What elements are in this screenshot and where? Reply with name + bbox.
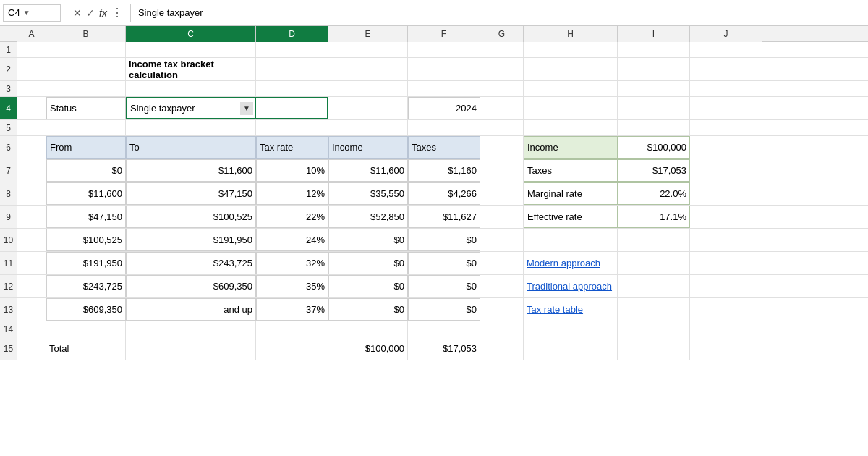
cell-a13[interactable] <box>17 298 46 321</box>
cell-i7[interactable]: $17,053 <box>618 159 690 182</box>
cell-a7[interactable] <box>17 159 46 182</box>
cell-a10[interactable] <box>17 229 46 251</box>
cell-d6[interactable]: Tax rate <box>256 136 328 159</box>
col-header-d[interactable]: D <box>256 26 328 42</box>
cell-d4[interactable] <box>256 97 328 119</box>
cell-f1[interactable] <box>408 42 480 57</box>
cell-ref-box[interactable]: C4 ▼ <box>3 4 61 22</box>
cell-e5[interactable] <box>328 120 408 135</box>
cell-f12[interactable]: $0 <box>408 275 480 297</box>
cell-g9[interactable] <box>480 206 524 228</box>
cell-g4[interactable] <box>480 97 524 119</box>
cell-b15[interactable]: Total <box>46 337 126 360</box>
cell-f15[interactable]: $17,053 <box>408 337 480 360</box>
cell-h8[interactable]: Marginal rate <box>524 182 618 205</box>
cell-b6[interactable]: From <box>46 136 126 159</box>
cell-h14[interactable] <box>524 321 618 337</box>
cell-g3[interactable] <box>480 81 524 96</box>
cell-h7[interactable]: Taxes <box>524 159 618 182</box>
cell-i8[interactable]: 22.0% <box>618 182 690 205</box>
cell-e15[interactable]: $100,000 <box>328 337 408 360</box>
cell-b3[interactable] <box>46 81 126 96</box>
chevron-down-icon[interactable]: ▼ <box>23 9 30 17</box>
cell-g12[interactable] <box>480 275 524 297</box>
cell-e4[interactable] <box>328 97 408 119</box>
cell-d7[interactable]: 10% <box>256 159 328 182</box>
cell-e12[interactable]: $0 <box>328 275 408 297</box>
col-header-e[interactable]: E <box>328 26 408 42</box>
cell-i9[interactable]: 17.1% <box>618 206 690 228</box>
cell-i3[interactable] <box>618 81 690 96</box>
cell-g2[interactable] <box>480 58 524 80</box>
cell-i14[interactable] <box>618 321 690 337</box>
cell-b10[interactable]: $100,525 <box>46 229 126 251</box>
cell-c14[interactable] <box>126 321 256 337</box>
cell-e13[interactable]: $0 <box>328 298 408 321</box>
cell-g11[interactable] <box>480 252 524 274</box>
cell-c8[interactable]: $47,150 <box>126 182 256 205</box>
link-modern[interactable]: Modern approach <box>524 252 618 274</box>
cell-b8[interactable]: $11,600 <box>46 182 126 205</box>
cell-h15[interactable] <box>524 337 618 360</box>
cell-e7[interactable]: $11,600 <box>328 159 408 182</box>
cell-g5[interactable] <box>480 120 524 135</box>
cell-e3[interactable] <box>328 81 408 96</box>
cell-i12[interactable] <box>618 275 690 297</box>
cell-b4[interactable]: Status <box>46 97 126 119</box>
cell-f5[interactable] <box>408 120 480 135</box>
cell-b2[interactable] <box>46 58 126 80</box>
cell-h5[interactable] <box>524 120 618 135</box>
cell-c1[interactable] <box>126 42 256 57</box>
cell-b12[interactable]: $243,725 <box>46 275 126 297</box>
cell-c13[interactable]: and up <box>126 298 256 321</box>
cell-e8[interactable]: $35,550 <box>328 182 408 205</box>
cell-d9[interactable]: 22% <box>256 206 328 228</box>
cell-i2[interactable] <box>618 58 690 80</box>
cell-f2[interactable] <box>408 58 480 80</box>
cell-d8[interactable]: 12% <box>256 182 328 205</box>
cell-c6[interactable]: To <box>126 136 256 159</box>
cell-b5[interactable] <box>46 120 126 135</box>
dropdown-arrow[interactable]: ▼ <box>240 102 253 115</box>
cell-d2[interactable] <box>256 58 328 80</box>
cell-c9[interactable]: $100,525 <box>126 206 256 228</box>
cell-d11[interactable]: 32% <box>256 252 328 274</box>
cell-b1[interactable] <box>46 42 126 57</box>
cell-d13[interactable]: 37% <box>256 298 328 321</box>
col-header-h[interactable]: H <box>524 26 618 42</box>
cell-e2[interactable] <box>328 58 408 80</box>
col-header-g[interactable]: G <box>480 26 524 42</box>
cell-a2[interactable] <box>17 58 46 80</box>
cell-c12[interactable]: $609,350 <box>126 275 256 297</box>
cell-d5[interactable] <box>256 120 328 135</box>
cell-f7[interactable]: $1,160 <box>408 159 480 182</box>
cell-a12[interactable] <box>17 275 46 297</box>
cell-i13[interactable] <box>618 298 690 321</box>
cell-d12[interactable]: 35% <box>256 275 328 297</box>
cell-i5[interactable] <box>618 120 690 135</box>
cell-f4[interactable]: 2024 <box>408 97 480 119</box>
formula-content[interactable]: Single taxpayer <box>138 7 865 18</box>
col-header-a[interactable]: A <box>17 26 46 42</box>
col-header-i[interactable]: I <box>618 26 690 42</box>
cell-a6[interactable] <box>17 136 46 159</box>
cell-e10[interactable]: $0 <box>328 229 408 251</box>
cell-h9[interactable]: Effective rate <box>524 206 618 228</box>
cell-h1[interactable] <box>524 42 618 57</box>
cell-c5[interactable] <box>126 120 256 135</box>
cell-c15[interactable] <box>126 337 256 360</box>
cell-e6[interactable]: Income <box>328 136 408 159</box>
cell-a4[interactable] <box>17 97 46 119</box>
cell-a8[interactable] <box>17 182 46 205</box>
cell-f6[interactable]: Taxes <box>408 136 480 159</box>
cell-g7[interactable] <box>480 159 524 182</box>
col-header-j[interactable]: J <box>690 26 762 42</box>
cell-g14[interactable] <box>480 321 524 337</box>
cell-a9[interactable] <box>17 206 46 228</box>
cell-a1[interactable] <box>17 42 46 57</box>
cell-f9[interactable]: $11,627 <box>408 206 480 228</box>
cell-g10[interactable] <box>480 229 524 251</box>
col-header-c[interactable]: C <box>126 26 256 42</box>
close-icon[interactable]: ✕ <box>73 7 82 19</box>
cell-c4[interactable]: Single taxpayer ▼ <box>126 97 256 119</box>
